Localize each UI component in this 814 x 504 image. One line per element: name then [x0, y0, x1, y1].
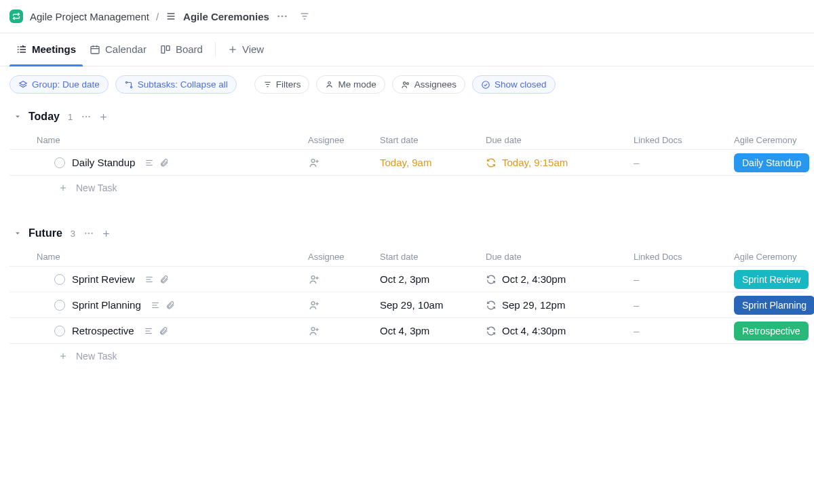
col-ceremony[interactable]: Agile Ceremony: [734, 252, 814, 262]
task-row[interactable]: Sprint Review Oct 2, 3pm Oct 2, 4:30pm –…: [9, 267, 805, 292]
filter-lines-icon[interactable]: [299, 11, 310, 22]
due-date-text: Today, 9:15am: [502, 157, 568, 168]
filters-pill-label: Filters: [276, 79, 301, 90]
me-mode-label: Me mode: [338, 79, 376, 90]
chevron-down-icon: [14, 229, 22, 237]
tab-board[interactable]: Board: [153, 33, 210, 66]
due-date-text: Oct 2, 4:30pm: [502, 273, 566, 285]
group-more-icon[interactable]: [83, 228, 94, 239]
svg-point-34: [311, 159, 315, 162]
col-assignee[interactable]: Assignee: [308, 135, 380, 145]
show-closed-pill[interactable]: Show closed: [472, 75, 556, 94]
col-ceremony[interactable]: Agile Ceremony: [734, 135, 814, 145]
col-start[interactable]: Start date: [380, 252, 486, 262]
col-assignee[interactable]: Assignee: [308, 252, 380, 262]
col-due[interactable]: Due date: [486, 252, 634, 262]
tab-meetings[interactable]: Meetings: [9, 33, 83, 66]
group-header[interactable]: Future 3: [9, 225, 805, 248]
task-list: Today 1 Name Assignee Start date Due dat…: [0, 108, 814, 389]
filters-pill[interactable]: Filters: [254, 75, 310, 94]
assignee-cell[interactable]: [308, 299, 380, 311]
new-task-button[interactable]: New Task: [9, 344, 805, 368]
svg-point-18: [130, 86, 132, 88]
description-icon[interactable]: [144, 158, 154, 168]
add-view-button[interactable]: View: [221, 33, 271, 66]
breadcrumb-space[interactable]: Agile Project Management: [30, 11, 149, 22]
col-docs[interactable]: Linked Docs: [634, 135, 734, 145]
linked-docs-cell[interactable]: –: [634, 273, 734, 285]
recurring-icon: [486, 326, 497, 336]
column-headers: Name Assignee Start date Due date Linked…: [9, 131, 805, 150]
task-name: Retrospective: [72, 325, 134, 336]
start-date-cell[interactable]: Oct 4, 3pm: [380, 325, 486, 336]
add-view-label: View: [242, 43, 264, 55]
task-name: Sprint Planning: [72, 299, 141, 311]
group-more-icon[interactable]: [81, 111, 92, 122]
assignee-cell[interactable]: [308, 157, 380, 169]
col-start[interactable]: Start date: [380, 135, 486, 145]
svg-rect-13: [161, 45, 165, 53]
svg-point-40: [88, 233, 90, 234]
subtasks-pill-label: Subtasks: Collapse all: [138, 79, 228, 90]
assignee-cell[interactable]: [308, 273, 380, 286]
due-date-cell[interactable]: Sep 29, 12pm: [486, 299, 634, 311]
svg-point-23: [403, 81, 406, 84]
assignee-cell[interactable]: [308, 325, 380, 337]
svg-point-17: [125, 81, 127, 83]
new-task-label: New Task: [76, 351, 117, 362]
ceremony-tag[interactable]: Daily Standup: [734, 153, 809, 172]
linked-docs-cell[interactable]: –: [634, 157, 734, 168]
status-circle-icon[interactable]: [54, 274, 65, 285]
attachment-icon[interactable]: [159, 275, 169, 284]
me-mode-pill[interactable]: Me mode: [316, 75, 385, 94]
group-title: Future: [28, 227, 62, 239]
col-name[interactable]: Name: [9, 135, 308, 145]
task-name: Sprint Review: [72, 273, 135, 285]
due-date-cell[interactable]: Today, 9:15am: [486, 157, 634, 168]
description-icon[interactable]: [144, 326, 153, 336]
description-icon[interactable]: [144, 275, 154, 284]
ceremony-tag[interactable]: Sprint Review: [734, 270, 809, 289]
filter-bar: Group: Due date Subtasks: Collapse all F…: [0, 66, 814, 102]
linked-docs-cell[interactable]: –: [634, 299, 734, 311]
start-date-cell[interactable]: Today, 9am: [380, 157, 486, 168]
due-date-cell[interactable]: Oct 2, 4:30pm: [486, 273, 634, 285]
status-circle-icon[interactable]: [54, 326, 65, 336]
list-icon: [166, 11, 176, 22]
new-task-label: New Task: [76, 182, 117, 193]
linked-docs-cell[interactable]: –: [634, 325, 734, 336]
svg-point-27: [85, 116, 87, 117]
ceremony-tag[interactable]: Sprint Planning: [734, 296, 814, 315]
breadcrumb-list[interactable]: Agile Ceremonies: [183, 11, 269, 22]
svg-point-47: [311, 275, 315, 279]
new-task-button[interactable]: New Task: [9, 176, 805, 200]
attachment-icon[interactable]: [159, 158, 169, 168]
col-name[interactable]: Name: [9, 252, 308, 262]
subtasks-pill[interactable]: Subtasks: Collapse all: [115, 75, 237, 94]
group-header[interactable]: Today 1: [9, 108, 805, 131]
ceremony-tag[interactable]: Retrospective: [734, 322, 809, 341]
status-circle-icon[interactable]: [54, 300, 65, 311]
task-row[interactable]: Retrospective Oct 4, 3pm Oct 4, 4:30pm –…: [9, 318, 805, 344]
attachment-icon[interactable]: [166, 301, 175, 310]
start-date-cell[interactable]: Sep 29, 10am: [380, 299, 486, 311]
task-group: Today 1 Name Assignee Start date Due dat…: [9, 108, 805, 200]
due-date-cell[interactable]: Oct 4, 4:30pm: [486, 325, 634, 336]
attachment-icon[interactable]: [159, 326, 168, 336]
status-circle-icon[interactable]: [54, 157, 65, 168]
tab-calendar[interactable]: Calendar: [83, 33, 153, 66]
more-icon[interactable]: [276, 10, 288, 22]
svg-point-5: [285, 16, 287, 18]
description-icon[interactable]: [151, 301, 160, 310]
group-add-icon[interactable]: [98, 112, 109, 122]
svg-rect-9: [91, 46, 99, 54]
assignees-pill[interactable]: Assignees: [392, 75, 465, 94]
task-row[interactable]: Daily Standup Today, 9am Today, 9:15am –…: [9, 150, 805, 176]
col-docs[interactable]: Linked Docs: [634, 252, 734, 262]
task-row[interactable]: Sprint Planning Sep 29, 10am Sep 29, 12p…: [9, 292, 805, 318]
start-date-cell[interactable]: Oct 2, 3pm: [380, 273, 486, 285]
group-add-icon[interactable]: [101, 229, 111, 239]
group-pill[interactable]: Group: Due date: [9, 75, 109, 94]
col-due[interactable]: Due date: [486, 135, 634, 145]
view-tabs: Meetings Calendar Board View: [0, 33, 814, 66]
